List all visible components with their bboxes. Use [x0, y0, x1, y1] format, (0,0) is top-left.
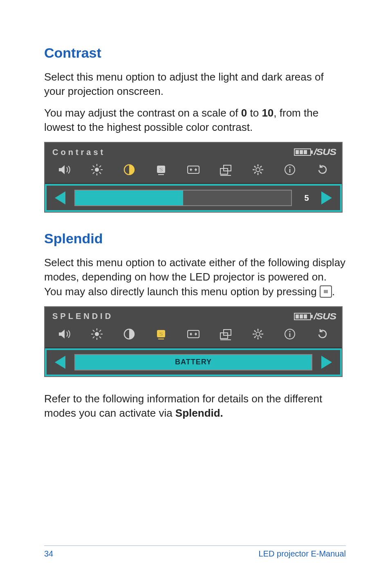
svg-point-46 [256, 332, 260, 336]
osd-brand-area: /SUS [294, 311, 334, 322]
brightness-icon[interactable] [88, 162, 106, 178]
reset-icon[interactable] [313, 326, 331, 342]
position-icon[interactable] [217, 162, 235, 178]
slider-fill [75, 191, 183, 205]
osd-menu-icons: S [52, 324, 334, 344]
osd-menu-icons: S [52, 160, 334, 180]
svg-line-6 [99, 172, 101, 174]
svg-point-17 [256, 168, 260, 172]
increase-button[interactable] [321, 191, 332, 204]
osd-title: Contrast [52, 148, 105, 157]
brightness-icon[interactable] [88, 326, 106, 342]
svg-line-52 [260, 336, 262, 338]
contrast-paragraph-2: You may adjust the contrast on a scale o… [44, 106, 346, 135]
splendid-heading: Splendid [44, 231, 346, 247]
position-icon[interactable] [217, 326, 235, 342]
osd-slider-row: 5 [45, 184, 342, 212]
contrast-paragraph-1: Select this menu option to adjust the li… [44, 70, 346, 99]
osd-splendid-panel: SPLENDID /SUS S [44, 306, 343, 377]
battery-icon [294, 313, 311, 320]
splendid-paragraph-1: Select this menu option to activate eith… [44, 256, 346, 298]
splendid-paragraph-2: Refer to the following information for d… [44, 392, 346, 420]
svg-line-7 [99, 166, 101, 167]
svg-line-5 [93, 166, 94, 167]
contrast-heading: Contrast [44, 45, 346, 61]
aspect-icon[interactable] [184, 162, 202, 178]
svg-rect-42 [188, 330, 199, 338]
splendid-mode-value[interactable]: BATTERY [74, 354, 312, 370]
svg-line-35 [99, 337, 101, 338]
decrease-button[interactable] [55, 191, 65, 204]
svg-line-37 [93, 337, 94, 338]
previous-mode-button[interactable] [55, 356, 65, 369]
settings-icon[interactable] [249, 326, 267, 342]
svg-line-34 [93, 330, 94, 332]
asus-logo: /SUS [314, 311, 336, 322]
contrast-slider[interactable] [74, 190, 292, 206]
asus-logo: /SUS [314, 147, 336, 157]
manual-title: LED projector E-Manual [259, 549, 346, 559]
svg-line-24 [260, 166, 262, 168]
splendid-key-icon [320, 285, 332, 298]
text-fragment: . [332, 285, 335, 298]
osd-brand-area: /SUS [294, 147, 334, 157]
svg-line-53 [260, 330, 262, 332]
svg-line-8 [93, 172, 94, 174]
svg-point-0 [95, 168, 99, 172]
svg-rect-13 [188, 166, 199, 173]
splendid-icon[interactable]: S [152, 326, 170, 342]
svg-line-36 [99, 330, 101, 332]
contrast-min-value: 0 [241, 107, 247, 119]
text-fragment: Select this menu option to activate eith… [44, 256, 345, 297]
info-icon[interactable] [281, 326, 299, 342]
next-mode-button[interactable] [321, 356, 332, 369]
svg-point-29 [95, 332, 99, 336]
aspect-icon[interactable] [184, 326, 202, 342]
osd-title: SPLENDID [52, 312, 113, 321]
osd-header: Contrast /SUS S [45, 143, 342, 184]
page-footer: 34 LED projector E-Manual [44, 545, 346, 559]
svg-line-22 [254, 166, 256, 168]
contrast-max-value: 10 [262, 107, 273, 119]
svg-text:S: S [159, 331, 163, 337]
svg-line-25 [254, 172, 256, 174]
contrast-value: 5 [301, 193, 312, 203]
battery-icon [294, 148, 311, 156]
splendid-icon[interactable]: S [152, 162, 170, 178]
osd-contrast-panel: Contrast /SUS S [44, 142, 343, 213]
osd-mode-row: BATTERY [45, 348, 342, 376]
page-number: 34 [44, 549, 53, 559]
contrast-icon[interactable] [120, 162, 138, 178]
osd-header: SPLENDID /SUS S [45, 307, 342, 348]
svg-line-51 [254, 330, 256, 332]
contrast-icon[interactable] [120, 326, 138, 342]
reset-icon[interactable] [313, 162, 331, 178]
volume-icon[interactable] [56, 326, 74, 342]
svg-point-27 [289, 167, 291, 168]
text-fragment: to [247, 107, 262, 119]
svg-text:S: S [159, 166, 163, 173]
svg-line-54 [254, 336, 256, 338]
text-fragment: You may adjust the contrast on a scale o… [44, 107, 241, 119]
svg-line-23 [260, 172, 262, 174]
volume-icon[interactable] [56, 162, 74, 178]
svg-point-56 [289, 331, 291, 332]
settings-icon[interactable] [249, 162, 267, 178]
info-icon[interactable] [281, 162, 299, 178]
splendid-bold: Splendid. [175, 407, 223, 419]
